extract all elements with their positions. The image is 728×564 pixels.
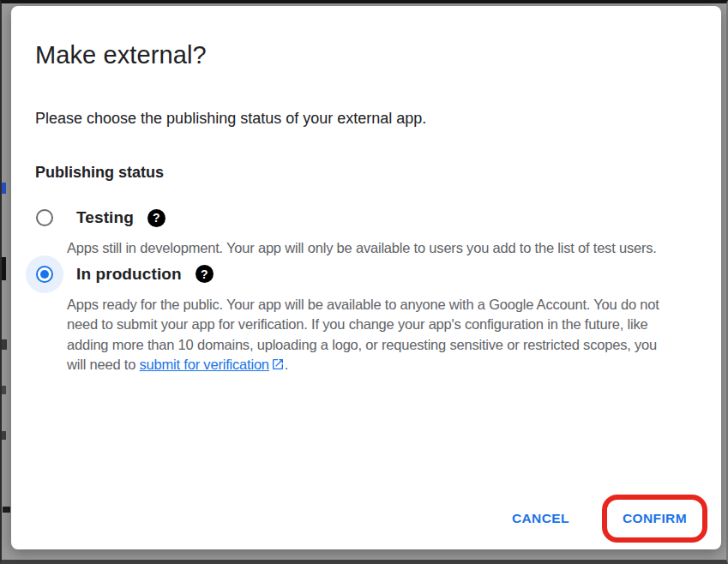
dialog-actions: CANCEL CONFIRM (505, 495, 707, 543)
radio-in-production-circle (36, 266, 53, 283)
dialog-subtitle: Please choose the publishing status of y… (35, 110, 697, 128)
option-row-in-production: In production ? (26, 255, 697, 293)
submit-for-verification-link[interactable]: submit for verification (140, 357, 269, 372)
background-fragment (2, 339, 7, 350)
radio-testing-circle (36, 209, 53, 226)
help-icon[interactable]: ? (147, 209, 165, 227)
radio-in-production[interactable] (26, 255, 63, 293)
option-label-in-production[interactable]: In production (76, 265, 182, 284)
background-fragment (2, 183, 6, 194)
background-fragment (3, 507, 10, 513)
dialog-title: Make external? (35, 40, 697, 70)
help-icon[interactable]: ? (196, 265, 214, 283)
confirm-button[interactable]: CONFIRM (616, 506, 694, 531)
screenshot-frame: Make external? Please choose the publish… (0, 0, 728, 564)
option-description-in-production: Apps ready for the public. Your app will… (67, 295, 677, 377)
external-link-icon[interactable] (271, 357, 285, 377)
radio-testing[interactable] (26, 199, 63, 237)
publishing-status-heading: Publishing status (35, 164, 697, 182)
cancel-button[interactable]: CANCEL (505, 506, 576, 531)
option-row-testing: Testing ? (26, 199, 697, 237)
background-fragment (2, 431, 6, 440)
option-label-testing[interactable]: Testing (76, 208, 134, 227)
background-fragment (2, 386, 6, 394)
make-external-dialog: Make external? Please choose the publish… (11, 6, 721, 549)
description-period: . (285, 357, 288, 372)
background-fragment (2, 257, 6, 280)
annotation-highlight: CONFIRM (602, 495, 707, 543)
option-description-testing: Apps still in development. Your app will… (67, 238, 677, 259)
